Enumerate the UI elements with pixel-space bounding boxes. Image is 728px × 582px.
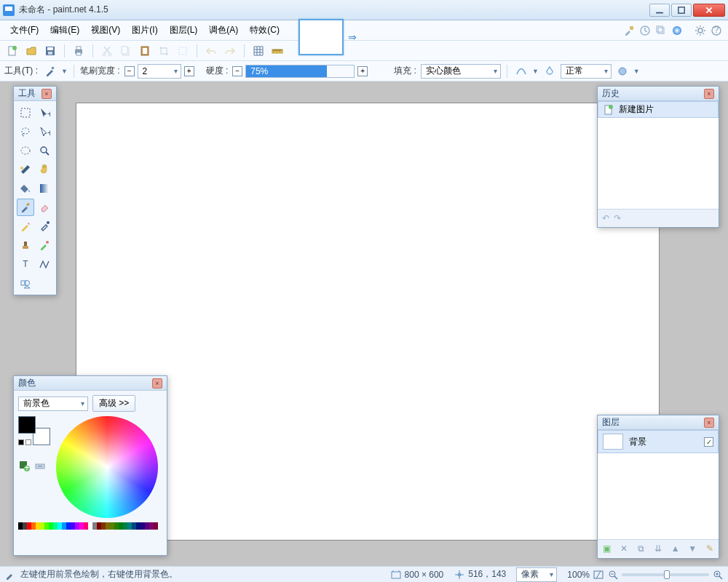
menu-adjust[interactable]: 调色(A) xyxy=(203,21,244,39)
menu-edit[interactable]: 编辑(E) xyxy=(44,21,85,39)
tool-shapes[interactable] xyxy=(17,274,34,292)
paste-icon[interactable] xyxy=(137,43,153,59)
tool-fill[interactable] xyxy=(17,180,34,197)
grid-icon[interactable] xyxy=(250,43,266,59)
tool-lasso[interactable] xyxy=(17,123,34,140)
layers-panel-close[interactable]: × xyxy=(704,418,714,428)
tool-move-selection[interactable]: + xyxy=(36,104,53,121)
color-wheel[interactable] xyxy=(56,416,158,518)
copy-icon[interactable] xyxy=(118,43,134,59)
layer-merge-icon[interactable]: ⇊ xyxy=(652,543,664,554)
tool-eraser[interactable] xyxy=(36,199,53,216)
history-redo-icon[interactable]: ↷ xyxy=(614,213,621,223)
ruler-icon[interactable] xyxy=(269,43,285,59)
tools-window-toggle[interactable] xyxy=(622,23,636,38)
history-item[interactable]: 新建图片 xyxy=(598,101,719,118)
history-undo-icon[interactable]: ↶ xyxy=(602,213,609,223)
minimize-button[interactable] xyxy=(649,4,670,17)
tool-recolor[interactable] xyxy=(36,236,53,254)
tool-magic-wand[interactable] xyxy=(17,161,34,178)
help-icon[interactable]: ? xyxy=(709,23,724,38)
unit-dropdown[interactable]: 像素 xyxy=(516,567,557,582)
close-button[interactable] xyxy=(693,4,725,17)
blend-icon[interactable] xyxy=(542,63,558,79)
palette-swatch[interactable] xyxy=(154,522,158,530)
crop-icon[interactable] xyxy=(156,43,172,59)
tool-ellipse-select[interactable] xyxy=(17,142,34,159)
swatches[interactable] xyxy=(18,416,50,445)
zoom-slider[interactable] xyxy=(622,573,709,576)
hardness-increase[interactable]: + xyxy=(357,66,368,76)
selection-mode-icon[interactable] xyxy=(614,63,630,79)
open-icon[interactable] xyxy=(23,43,39,59)
print-icon[interactable] xyxy=(71,43,87,59)
colors-panel: 颜色× 前景色 高级 >> + xyxy=(13,375,167,556)
tool-label: 工具(T) : xyxy=(4,65,38,77)
brush-width-increase[interactable]: + xyxy=(184,66,194,76)
menu-image[interactable]: 图片(I) xyxy=(126,21,163,39)
tool-color-picker[interactable] xyxy=(36,218,53,235)
tool-line[interactable] xyxy=(36,255,53,273)
layer-up-icon[interactable]: ▲ xyxy=(670,543,681,554)
undo-icon[interactable] xyxy=(203,43,219,59)
menu-effects[interactable]: 特效(C) xyxy=(244,21,285,39)
tool-text[interactable]: T xyxy=(17,255,34,273)
maximize-button[interactable] xyxy=(671,4,692,17)
blend-mode-dropdown[interactable]: 正常 xyxy=(561,64,612,79)
tool-zoom[interactable] xyxy=(36,142,53,159)
tool-pencil[interactable] xyxy=(17,218,34,235)
zoom-out-icon[interactable] xyxy=(607,569,619,581)
layer-delete-icon[interactable]: ✕ xyxy=(618,543,630,554)
tool-paintbrush[interactable] xyxy=(17,199,34,216)
fill-dropdown[interactable]: 实心颜色 xyxy=(421,64,501,79)
colors-panel-close[interactable]: × xyxy=(152,378,162,388)
tool-clone-stamp[interactable] xyxy=(17,236,34,254)
settings-icon[interactable] xyxy=(693,23,708,38)
tool-move-pixels[interactable]: + xyxy=(36,123,53,140)
color-palette[interactable] xyxy=(18,522,162,530)
svg-rect-21 xyxy=(76,47,81,49)
menu-file[interactable]: 文件(F) xyxy=(4,21,44,39)
primary-color-swatch[interactable] xyxy=(18,416,36,434)
hardness-decrease[interactable]: − xyxy=(232,66,242,76)
titlebar: 未命名 - paint.net 4.1.5 xyxy=(0,0,728,20)
layers-window-toggle[interactable] xyxy=(654,23,668,38)
colors-more-button[interactable]: 高级 >> xyxy=(92,395,135,412)
canvas-size-icon xyxy=(390,569,402,581)
layer-add-icon[interactable]: ▣ xyxy=(601,543,612,554)
layer-visibility-checkbox[interactable]: ✓ xyxy=(704,437,713,447)
add-color-icon[interactable]: + xyxy=(18,460,30,471)
tools-panel-close[interactable]: × xyxy=(41,89,52,99)
history-panel-close[interactable]: × xyxy=(704,89,714,99)
tool-rect-select[interactable] xyxy=(17,104,34,121)
color-target-dropdown[interactable]: 前景色 xyxy=(18,396,88,411)
brush-width-label: 笔刷宽度 : xyxy=(80,65,120,77)
antialias-icon[interactable] xyxy=(513,63,529,79)
save-icon[interactable] xyxy=(42,43,58,59)
tool-pan[interactable] xyxy=(36,161,53,178)
document-thumb[interactable] xyxy=(298,19,344,55)
deselect-icon[interactable] xyxy=(175,43,191,59)
menu-layer[interactable]: 图层(L) xyxy=(164,21,204,39)
brush-width-input[interactable]: 2 xyxy=(138,64,181,79)
swap-colors-icon[interactable] xyxy=(18,439,31,445)
current-tool-icon[interactable] xyxy=(42,63,58,79)
colors-window-toggle[interactable] xyxy=(670,23,684,38)
palette-menu-icon[interactable] xyxy=(34,460,46,471)
zoom-in-icon[interactable] xyxy=(712,569,724,581)
menu-view[interactable]: 视图(V) xyxy=(85,21,126,39)
tool-gradient[interactable] xyxy=(36,180,53,197)
svg-point-32 xyxy=(619,68,626,75)
layer-properties-icon[interactable]: ✎ xyxy=(704,543,716,554)
layer-down-icon[interactable]: ▼ xyxy=(687,543,698,554)
image-list-button[interactable]: ⇒ xyxy=(348,31,357,43)
redo-icon[interactable] xyxy=(222,43,238,59)
brush-width-decrease[interactable]: − xyxy=(124,66,135,76)
zoom-window-icon[interactable] xyxy=(593,569,604,581)
layer-row[interactable]: 背景 ✓ xyxy=(598,430,719,453)
cut-icon[interactable] xyxy=(99,43,115,59)
history-window-toggle[interactable] xyxy=(638,23,652,38)
new-icon[interactable] xyxy=(4,43,20,59)
layer-duplicate-icon[interactable]: ⧉ xyxy=(635,543,646,554)
hardness-slider[interactable]: 75% xyxy=(245,65,355,78)
